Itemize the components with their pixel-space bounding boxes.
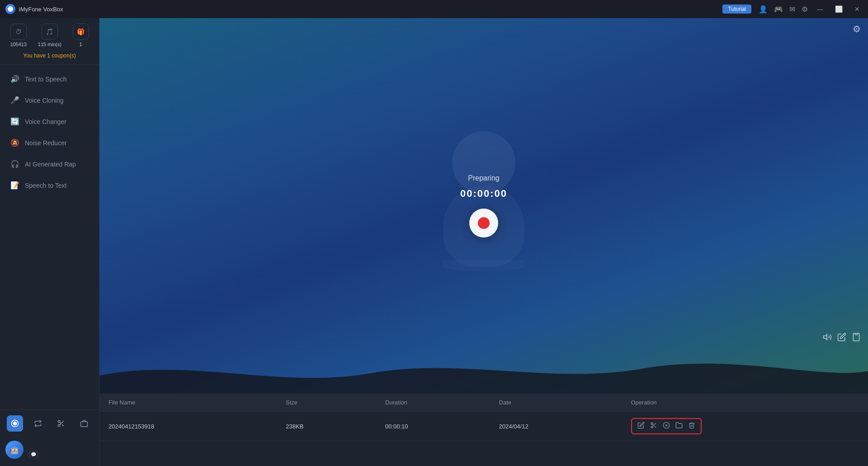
sidebar-item-voice-cloning[interactable]: 🎤 Voice Cloning — [0, 90, 99, 111]
record-dot — [478, 217, 490, 229]
coupon-count: 1 — [80, 42, 82, 47]
app-body: ⏱ 105413 🎵 115 min(s) 🎁 1 You have 1 cou… — [0, 18, 868, 466]
chatbot[interactable]: 🤖 💬 — [0, 437, 99, 466]
sidebar-item-text-to-speech[interactable]: 🔊 Text to Speech — [0, 68, 99, 90]
cell-date: 2024/04/12 — [490, 412, 622, 441]
app-logo — [5, 4, 15, 14]
clipboard-icon[interactable] — [852, 333, 861, 344]
sidebar-item-voice-changer[interactable]: 🔄 Voice Changer — [0, 111, 99, 132]
mins-icon: 🎵 — [42, 24, 58, 40]
noise-reducer-icon: 🔕 — [10, 138, 19, 147]
svg-point-2 — [58, 420, 60, 423]
svg-point-3 — [58, 424, 60, 427]
file-list-area: File Name Size Duration Date Operation 2… — [99, 394, 868, 466]
col-size: Size — [277, 394, 376, 412]
svg-point-11 — [651, 426, 653, 428]
svg-marker-8 — [824, 334, 827, 340]
settings-icon[interactable]: ⚙ — [802, 5, 808, 14]
table-row: 20240412153918 238KB 00:00:10 2024/04/12 — [99, 412, 868, 441]
tab-record[interactable] — [7, 415, 23, 432]
close-button[interactable]: ✕ — [852, 5, 863, 14]
col-filename: File Name — [99, 394, 277, 412]
svg-line-5 — [62, 424, 64, 426]
tab-loop[interactable] — [30, 415, 46, 432]
chars-icon: ⏱ — [10, 24, 27, 40]
cut-op-icon[interactable] — [650, 422, 657, 431]
bottom-toolbar — [823, 333, 861, 344]
svg-point-10 — [651, 423, 653, 424]
speech-to-text-icon: 📝 — [10, 181, 19, 190]
record-timer: 00:00:00 — [460, 188, 507, 200]
chatbot-avatar: 🤖 — [5, 441, 24, 459]
col-date: Date — [490, 394, 622, 412]
ai-rap-label: AI Generated Rap — [25, 161, 76, 168]
main-content: ⚙ Preparing 00:00:00 — [99, 18, 868, 466]
settings-gear-icon[interactable]: ⚙ — [853, 24, 861, 34]
sidebar-item-noise-reducer[interactable]: 🔕 Noise Reducer — [0, 132, 99, 153]
svg-line-6 — [60, 422, 61, 423]
titlebar: iMyFone VoxBox Tutorial 👤 🎮 ✉ ⚙ — ⬜ ✕ — [0, 0, 868, 18]
voice-changer-label: Voice Changer — [25, 118, 66, 125]
sidebar-nav: 🔊 Text to Speech 🎤 Voice Cloning 🔄 Voice… — [0, 65, 99, 409]
svg-marker-16 — [665, 424, 667, 426]
play-op-icon[interactable] — [663, 422, 670, 431]
record-status: Preparing — [468, 174, 499, 182]
col-duration: Duration — [376, 394, 490, 412]
wave-decoration — [99, 348, 868, 394]
record-button[interactable] — [469, 209, 498, 238]
voice-cloning-label: Voice Cloning — [25, 97, 64, 104]
stat-mins: 🎵 115 min(s) — [38, 24, 61, 47]
cell-filename: 20240412153918 — [99, 412, 277, 441]
mins-value: 115 min(s) — [38, 42, 61, 47]
file-table: File Name Size Duration Date Operation 2… — [99, 394, 868, 441]
volume-icon[interactable] — [823, 333, 832, 344]
sidebar-top: ⏱ 105413 🎵 115 min(s) 🎁 1 You have 1 cou… — [0, 18, 99, 65]
folder-op-icon[interactable] — [675, 422, 683, 431]
chatbot-bubble: 💬 — [27, 450, 40, 459]
titlebar-icons: 👤 🎮 ✉ ⚙ — ⬜ ✕ — [759, 5, 863, 14]
stat-coupons: 🎁 1 — [73, 24, 89, 47]
noise-reducer-label: Noise Reducer — [25, 139, 67, 147]
record-center: Preparing 00:00:00 — [460, 174, 507, 238]
svg-line-14 — [652, 424, 654, 425]
cell-size: 238KB — [277, 412, 376, 441]
svg-rect-7 — [80, 422, 87, 427]
stat-chars: ⏱ 105413 — [10, 24, 27, 47]
sidebar-item-ai-generated-rap[interactable]: 🎧 AI Generated Rap — [0, 153, 99, 175]
text-to-speech-icon: 🔊 — [10, 75, 19, 83]
voice-changer-icon: 🔄 — [10, 117, 19, 126]
sidebar: ⏱ 105413 🎵 115 min(s) 🎁 1 You have 1 cou… — [0, 18, 99, 466]
tutorial-button[interactable]: Tutorial — [722, 5, 751, 14]
maximize-button[interactable]: ⬜ — [832, 5, 845, 14]
delete-op-icon[interactable] — [688, 422, 695, 431]
edit-icon[interactable] — [837, 333, 846, 344]
sidebar-item-speech-to-text[interactable]: 📝 Speech to Text — [0, 175, 99, 196]
svg-point-0 — [13, 422, 17, 426]
user-icon[interactable]: 👤 — [759, 5, 768, 14]
svg-line-13 — [654, 426, 656, 428]
coupon-banner[interactable]: You have 1 coupon(s) — [5, 51, 94, 61]
tab-scissors[interactable] — [53, 415, 69, 432]
col-operation: Operation — [622, 394, 868, 412]
text-to-speech-label: Text to Speech — [25, 76, 67, 83]
ai-rap-icon: 🎧 — [10, 160, 19, 168]
sidebar-tabs — [0, 409, 99, 437]
recording-area: ⚙ Preparing 00:00:00 — [99, 18, 868, 394]
operation-icons — [631, 418, 702, 434]
mail-icon[interactable]: ✉ — [789, 5, 795, 14]
coupon-icon: 🎁 — [73, 24, 89, 40]
edit-op-icon[interactable] — [637, 422, 645, 431]
cell-duration: 00:00:10 — [376, 412, 490, 441]
discord-icon[interactable]: 🎮 — [774, 5, 783, 14]
voice-cloning-icon: 🎤 — [10, 96, 19, 105]
stats-row: ⏱ 105413 🎵 115 min(s) 🎁 1 — [5, 24, 94, 47]
minimize-button[interactable]: — — [814, 5, 826, 14]
tab-briefcase[interactable] — [76, 415, 92, 432]
speech-to-text-label: Speech to Text — [25, 182, 66, 189]
app-title: iMyFone VoxBox — [19, 6, 722, 13]
svg-rect-9 — [855, 333, 858, 335]
cell-operation — [622, 412, 868, 441]
chars-value: 105413 — [10, 42, 27, 47]
